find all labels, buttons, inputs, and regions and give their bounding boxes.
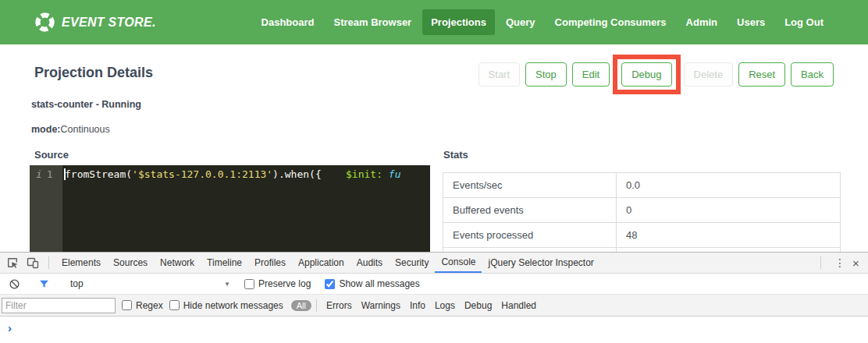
- filter-level-debug[interactable]: Debug: [460, 300, 496, 311]
- console-filter-bar: Regex Hide network messages All Errors W…: [0, 295, 868, 316]
- table-row: Events processed 48: [443, 223, 841, 248]
- tab-sources[interactable]: Sources: [107, 253, 154, 273]
- filter-level-info[interactable]: Info: [405, 300, 430, 311]
- preserve-log-label: Preserve log: [258, 278, 311, 289]
- filter-level-errors[interactable]: Errors: [322, 300, 357, 311]
- clear-console-icon[interactable]: [8, 278, 20, 290]
- hide-network-messages-checkbox[interactable]: Hide network messages: [169, 300, 283, 311]
- source-heading: Source: [34, 149, 69, 161]
- stats-heading: Stats: [443, 149, 468, 161]
- stat-label: Events/sec: [443, 173, 617, 198]
- execution-context-value: top: [70, 278, 224, 289]
- start-button[interactable]: Start: [478, 62, 520, 87]
- filter-input[interactable]: [2, 298, 116, 313]
- code-segment: ).when({: [272, 168, 346, 180]
- filter-level-handled[interactable]: Handled: [496, 300, 541, 311]
- show-all-messages-checkbox-input[interactable]: [325, 279, 335, 289]
- chevron-down-icon: ▼: [224, 281, 230, 288]
- projection-mode: mode:Continuous: [31, 124, 110, 135]
- gutter-info-annotation: i: [36, 168, 42, 252]
- mode-label: mode:: [31, 124, 61, 135]
- stat-label: Events processed: [443, 223, 617, 248]
- hide-network-messages-label: Hide network messages: [183, 300, 283, 311]
- nav-item-query[interactable]: Query: [497, 9, 544, 35]
- tab-security[interactable]: Security: [389, 253, 435, 273]
- devtools-tabbar-right: ⋮ ×: [819, 256, 868, 270]
- filter-level-logs[interactable]: Logs: [430, 300, 460, 311]
- devtools-tab-bar: Elements Sources Network Timeline Profil…: [0, 253, 868, 274]
- regex-checkbox-input[interactable]: [122, 300, 132, 310]
- nav-menu: Dashboard Stream Browser Projections Que…: [253, 9, 832, 35]
- preserve-log-checkbox-input[interactable]: [244, 279, 254, 289]
- tab-jquery-selector-inspector[interactable]: jQuery Selector Inspector: [482, 253, 599, 273]
- debug-highlight-annotation: Debug: [613, 55, 680, 94]
- console-toolbar: top ▼ Preserve log Show all messages: [0, 274, 868, 295]
- stat-value: 0: [617, 198, 841, 223]
- code-segment-entity: $init:: [346, 168, 382, 180]
- nav-item-dashboard[interactable]: Dashboard: [253, 9, 323, 35]
- action-buttons: Start Stop Edit Debug Delete Reset Back: [478, 53, 834, 95]
- brand-text: EVENT STORE.: [62, 16, 156, 30]
- tab-network[interactable]: Network: [154, 253, 201, 273]
- stats-table: Events/sec 0.0 Buffered events 0 Events …: [443, 172, 841, 252]
- toolbar-divider: [820, 256, 821, 269]
- page-title: Projection Details: [34, 65, 153, 81]
- show-all-messages-label: Show all messages: [339, 278, 419, 289]
- table-row: Events/sec 0.0: [443, 173, 841, 198]
- stop-button[interactable]: Stop: [525, 62, 567, 87]
- stat-value: 0.0: [617, 173, 841, 198]
- tab-application[interactable]: Application: [292, 253, 350, 273]
- tab-audits[interactable]: Audits: [350, 253, 389, 273]
- tab-timeline[interactable]: Timeline: [201, 253, 248, 273]
- code-line-1: fromStream('$stats-127.0.0.1:2113').when…: [65, 168, 430, 180]
- stats-table-container: Events/sec 0.0 Buffered events 0 Events …: [443, 172, 841, 252]
- devtools-close-icon[interactable]: ×: [852, 256, 868, 270]
- delete-button[interactable]: Delete: [684, 62, 734, 87]
- mode-value: Continuous: [61, 124, 110, 135]
- execution-context-selector[interactable]: top ▼: [70, 278, 230, 289]
- code-segment-string: '$stats-127.0.0.1:2113': [132, 168, 272, 180]
- tab-console[interactable]: Console: [435, 253, 482, 273]
- regex-checkbox[interactable]: Regex: [122, 300, 163, 311]
- stat-label: Buffered events: [443, 198, 617, 223]
- back-button[interactable]: Back: [791, 62, 834, 87]
- nav-item-logout[interactable]: Log Out: [776, 9, 832, 35]
- table-row: Buffered events 0: [443, 198, 841, 223]
- toolbar-divider: [48, 256, 49, 269]
- regex-label: Regex: [136, 300, 163, 311]
- stat-value: 48: [617, 223, 841, 248]
- edit-button[interactable]: Edit: [572, 62, 610, 87]
- device-toolbar-icon[interactable]: [27, 256, 39, 269]
- line-number: 1: [47, 168, 53, 252]
- nav-item-projections[interactable]: Projections: [422, 9, 495, 35]
- code-segment: fromStream(: [65, 168, 132, 180]
- devtools-panel: Elements Sources Network Timeline Profil…: [0, 252, 868, 343]
- devtools-menu-icon[interactable]: ⋮: [827, 256, 852, 269]
- editor-text-cursor: [64, 168, 66, 180]
- nav-item-stream-browser[interactable]: Stream Browser: [325, 9, 420, 35]
- filter-level-warnings[interactable]: Warnings: [357, 300, 405, 311]
- editor-code-pane[interactable]: fromStream('$stats-127.0.0.1:2113').when…: [62, 165, 430, 252]
- code-segment-keyword: fu: [382, 168, 400, 180]
- console-output-area[interactable]: ›: [0, 316, 868, 343]
- nav-item-competing-consumers[interactable]: Competing Consumers: [546, 9, 675, 35]
- brand[interactable]: EVENT STORE.: [34, 12, 156, 33]
- debug-button[interactable]: Debug: [621, 62, 671, 87]
- filter-level-all[interactable]: All: [291, 300, 311, 311]
- nav-item-admin[interactable]: Admin: [678, 9, 726, 35]
- nav-item-users[interactable]: Users: [728, 9, 774, 35]
- tab-elements[interactable]: Elements: [55, 253, 107, 273]
- event-store-logo-icon: [34, 12, 55, 33]
- show-all-messages-checkbox[interactable]: Show all messages: [325, 278, 419, 289]
- editor-gutter: i 1: [30, 165, 62, 252]
- projection-status: stats-counter - Running: [31, 99, 141, 110]
- reset-button[interactable]: Reset: [738, 62, 785, 87]
- console-prompt-chevron-icon[interactable]: ›: [0, 316, 868, 334]
- tab-profiles[interactable]: Profiles: [248, 253, 292, 273]
- inspect-element-icon[interactable]: [6, 256, 19, 269]
- hide-network-messages-checkbox-input[interactable]: [169, 300, 180, 310]
- source-code-editor[interactable]: i 1 fromStream('$stats-127.0.0.1:2113').…: [30, 165, 430, 252]
- filter-divider: [316, 299, 317, 312]
- preserve-log-checkbox[interactable]: Preserve log: [244, 278, 311, 289]
- filter-funnel-icon[interactable]: [37, 278, 50, 290]
